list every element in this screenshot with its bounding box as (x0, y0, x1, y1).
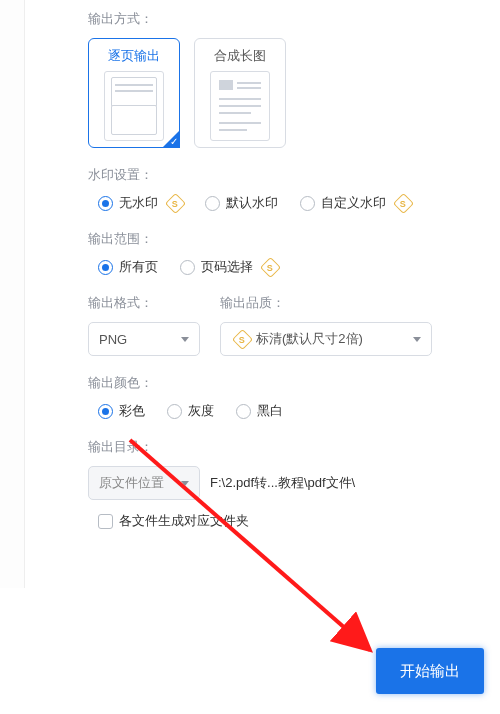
mode-thumb-pages (104, 71, 164, 141)
format-label: 输出格式： (88, 294, 200, 312)
radio-label: 黑白 (257, 402, 283, 420)
radio-label: 灰度 (188, 402, 214, 420)
radio-icon (236, 404, 251, 419)
directory-select[interactable]: 原文件位置 (88, 466, 200, 500)
output-mode-label: 输出方式： (88, 10, 488, 28)
radio-icon (205, 196, 220, 211)
radio-color[interactable]: 彩色 (98, 402, 145, 420)
select-value: PNG (99, 332, 127, 347)
format-select[interactable]: PNG (88, 322, 200, 356)
mode-long-image[interactable]: 合成长图 (194, 38, 286, 148)
select-value: 原文件位置 (99, 474, 164, 492)
radio-label: 无水印 (119, 194, 158, 212)
mode-page-by-page[interactable]: 逐页输出 (88, 38, 180, 148)
radio-bw[interactable]: 黑白 (236, 402, 283, 420)
premium-badge-icon: S (165, 192, 186, 213)
left-sidebar-panel (0, 0, 25, 588)
radio-greyscale[interactable]: 灰度 (167, 402, 214, 420)
radio-icon (98, 196, 113, 211)
premium-badge-icon: S (232, 328, 253, 349)
chevron-down-icon (181, 481, 189, 486)
checkbox-icon (98, 514, 113, 529)
mode-thumb-long (210, 71, 270, 141)
radio-label: 彩色 (119, 402, 145, 420)
radio-custom-watermark[interactable]: 自定义水印 S (300, 194, 411, 212)
premium-badge-icon: S (260, 256, 281, 277)
mode-label: 逐页输出 (89, 47, 179, 65)
select-value: 标清(默认尺寸2倍) (256, 330, 363, 348)
chevron-down-icon (413, 337, 421, 342)
quality-select[interactable]: S 标清(默认尺寸2倍) (220, 322, 432, 356)
radio-label: 自定义水印 (321, 194, 386, 212)
radio-icon (167, 404, 182, 419)
selected-check-icon (162, 130, 180, 148)
radio-icon (98, 404, 113, 419)
premium-badge-icon: S (393, 192, 414, 213)
range-label: 输出范围： (88, 230, 488, 248)
chevron-down-icon (181, 337, 189, 342)
settings-panel: 输出方式： 逐页输出 合成长图 水印设置： 无水印 S 默 (88, 10, 488, 530)
watermark-label: 水印设置： (88, 166, 488, 184)
radio-label: 所有页 (119, 258, 158, 276)
start-output-button[interactable]: 开始输出 (376, 648, 484, 694)
radio-all-pages[interactable]: 所有页 (98, 258, 158, 276)
radio-icon (180, 260, 195, 275)
radio-no-watermark[interactable]: 无水印 S (98, 194, 183, 212)
dir-label: 输出目录： (88, 438, 488, 456)
radio-icon (300, 196, 315, 211)
subfolder-checkbox[interactable]: 各文件生成对应文件夹 (88, 512, 488, 530)
radio-label: 页码选择 (201, 258, 253, 276)
radio-page-select[interactable]: 页码选择 S (180, 258, 278, 276)
directory-path: F:\2.pdf转...教程\pdf文件\ (210, 474, 355, 492)
radio-default-watermark[interactable]: 默认水印 (205, 194, 278, 212)
mode-label: 合成长图 (195, 47, 285, 65)
color-label: 输出颜色： (88, 374, 488, 392)
radio-icon (98, 260, 113, 275)
radio-label: 默认水印 (226, 194, 278, 212)
checkbox-label: 各文件生成对应文件夹 (119, 512, 249, 530)
quality-label: 输出品质： (220, 294, 432, 312)
